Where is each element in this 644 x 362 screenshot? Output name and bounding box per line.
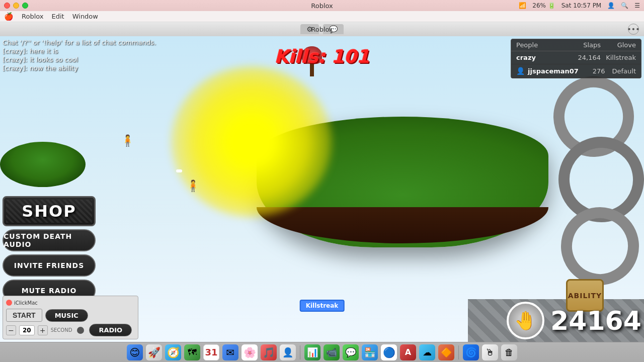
more-options-button[interactable]: •••	[628, 24, 639, 35]
music-panel: iClickMac START MUSIC − 20 + SECOND RADI…	[3, 296, 138, 339]
dock-icon-launchpad[interactable]: 🚀	[146, 344, 162, 360]
volume-up-button[interactable]: +	[38, 325, 48, 335]
ability-label: ABILITY	[568, 292, 602, 300]
dock-icon-edge[interactable]: 🌀	[463, 344, 479, 360]
dock-icon-numbers[interactable]: 📊	[304, 344, 320, 360]
battery-level: 26% 🔋	[532, 2, 555, 9]
lb-header-slaps: Slaps	[571, 41, 601, 49]
volume-number: 20	[19, 325, 35, 335]
lb-avatar-icon-2: 👤	[516, 67, 525, 75]
dock-icon-skype[interactable]: ☁	[419, 344, 435, 360]
yellow-explosion-effect	[171, 66, 332, 217]
invite-friends-label: INVITE FRIENDS	[14, 261, 85, 269]
wifi-icon: 📶	[519, 2, 526, 9]
dock-icon-mouse[interactable]: 🖱	[482, 344, 498, 360]
dock-icon-safari[interactable]: 🧭	[165, 344, 181, 360]
dock-icon-trash[interactable]: 🗑	[501, 344, 517, 360]
close-button[interactable]	[4, 3, 10, 9]
music-panel-close[interactable]	[6, 300, 12, 306]
dock-icon-contacts[interactable]: 👤	[280, 344, 296, 360]
custom-death-audio-label: CUSTOM DEATH AUDIO	[4, 232, 95, 248]
volume-unit-label: SECOND	[51, 327, 72, 333]
edit-menu[interactable]: Edit	[52, 13, 64, 20]
chat-line-1: Chat '/?'' or '!help' for a list of chat…	[3, 39, 156, 46]
iclick-label: iClickMac	[14, 300, 38, 306]
lb-name-2: jjspaceman07	[528, 67, 579, 75]
dock-icon-setapp[interactable]: 🔶	[438, 344, 454, 360]
killstreak-badge: Killstreak	[300, 300, 345, 312]
mute-radio-label: MUTE RADIO	[22, 287, 77, 295]
leaderboard-panel: People Slaps Glove crazy 24,164 Killstre…	[511, 39, 641, 78]
minimize-button[interactable]	[13, 3, 19, 9]
dock-icon-acrobat[interactable]: A	[400, 344, 416, 360]
apple-menu[interactable]: 🍎	[4, 12, 14, 21]
shop-button-label: SHOP	[22, 202, 76, 221]
window-title: Roblox	[311, 2, 333, 10]
dock-icon-messages[interactable]: 💬	[343, 344, 359, 360]
clock: Sat 10:57 PM	[561, 2, 601, 9]
mac-menubar: 🍎 Roblox Edit Window	[0, 11, 644, 22]
lb-header-glove: Glove	[601, 41, 636, 49]
roblox-menu[interactable]: Roblox	[22, 13, 44, 20]
killstreak-label: Killstreak	[306, 302, 339, 309]
titlebar-right-controls: 📶 26% 🔋 Sat 10:57 PM 👤 🔍 ☰	[519, 2, 640, 9]
character-2: 🧍	[186, 179, 200, 192]
radio-button[interactable]: RADIO	[89, 324, 132, 336]
window-controls[interactable]	[4, 3, 28, 9]
dock-icon-finder[interactable]: 😊	[127, 344, 143, 360]
game-viewport[interactable]: 🧍 🧍 Kills: 101 Chat '/?'' or '!help' for…	[0, 36, 644, 342]
leaderboard-header: People Slaps Glove	[511, 39, 641, 51]
lb-header-people: People	[516, 41, 571, 49]
window-menu[interactable]: Window	[72, 13, 98, 20]
left-panel-buttons: SHOP CUSTOM DEATH AUDIO INVITE FRIENDS M…	[3, 196, 96, 302]
dock-icon-chrome[interactable]: 🔵	[381, 344, 397, 360]
volume-down-button[interactable]: −	[6, 325, 16, 335]
dock-icon-photos[interactable]: 🌸	[242, 344, 258, 360]
dock-separator-2	[458, 345, 459, 359]
kills-counter: Kills: 101	[275, 46, 369, 67]
character-1: 🧍	[121, 134, 134, 147]
lb-slaps-1: 24,164	[571, 54, 601, 61]
dock-icon-mail[interactable]: ✉	[222, 344, 238, 360]
slap-counter: 🤚 24164	[507, 302, 641, 339]
music-button[interactable]: MUSIC	[45, 309, 88, 322]
lb-glove-2: Default	[605, 67, 636, 75]
maximize-button[interactable]	[22, 3, 28, 9]
leaderboard-row-1: crazy 24,164 Killstreak	[511, 51, 641, 64]
music-start-button[interactable]: START	[6, 309, 42, 322]
lb-slaps-2: 276	[579, 67, 605, 75]
kills-text: Kills: 101	[275, 46, 369, 67]
chat-line-2: [crazy]: here it is	[3, 47, 156, 55]
speech-bubble	[176, 169, 182, 172]
volume-close-button[interactable]	[77, 327, 84, 334]
chat-display: Chat '/?'' or '!help' for a list of chat…	[3, 39, 156, 73]
lb-glove-1: Killstreak	[601, 54, 636, 61]
invite-friends-button[interactable]: INVITE FRIENDS	[3, 254, 96, 277]
mac-dock: 😊 🚀 🧭 🗺 31 ✉ 🌸 🎵 👤 📊 📹 💬 🏪 🔵 A ☁ 🔶 🌀 🖱 🗑	[0, 342, 644, 362]
dock-icon-facetime[interactable]: 📹	[324, 344, 340, 360]
mac-titlebar: Roblox 📶 26% 🔋 Sat 10:57 PM 👤 🔍 ☰	[0, 0, 644, 11]
music-controls-row1: START MUSIC	[6, 309, 135, 322]
user-icon: 👤	[607, 2, 615, 9]
chat-line-3: [crazy]: it looks so cool	[3, 56, 156, 63]
dock-separator	[300, 345, 300, 359]
dock-icon-calendar[interactable]: 31	[203, 344, 219, 360]
lb-name-1: crazy	[516, 54, 571, 61]
custom-death-audio-button[interactable]: CUSTOM DEATH AUDIO	[3, 229, 96, 251]
leaderboard-row-2: 👤 jjspaceman07 276 Default	[511, 64, 641, 78]
dock-icon-itunes[interactable]: 🎵	[261, 344, 277, 360]
hand-icon: 🤚	[507, 302, 544, 339]
chat-line-4: [crazy]: now the ability	[3, 64, 156, 72]
island-underside	[257, 207, 548, 267]
gamebar-title: Roblox	[311, 26, 333, 33]
shop-button[interactable]: SHOP	[3, 196, 96, 226]
dock-icon-maps[interactable]: 🗺	[184, 344, 200, 360]
menu-icon: ☰	[634, 2, 640, 9]
slap-count-display: 24164	[550, 306, 641, 336]
dock-icon-appstore[interactable]: 🏪	[362, 344, 378, 360]
search-icon: 🔍	[621, 2, 628, 9]
small-island-left	[0, 142, 86, 187]
music-controls-row2: − 20 + SECOND RADIO	[6, 324, 135, 336]
game-window-bar: ⚙ 💬 Roblox •••	[0, 22, 644, 36]
